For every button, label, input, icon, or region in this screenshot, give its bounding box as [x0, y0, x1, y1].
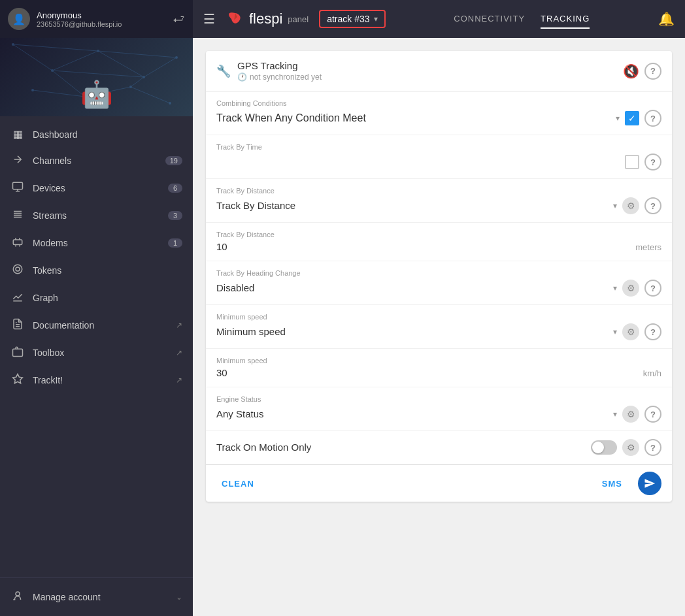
combining-conditions-row: Track When Any Condition Meet ▾ ✓ ? — [216, 110, 661, 127]
track-on-motion-row: Track On Motion Only ⚙ ? — [216, 439, 661, 456]
sidebar-item-label-toolbox: Toolbox — [33, 348, 168, 358]
engine-status-chevron: ▾ — [613, 410, 617, 419]
send-button[interactable] — [638, 472, 661, 495]
logo-panel-text: panel — [288, 14, 309, 24]
setting-minimum-speed-value: Minimum speed 30 km/h — [206, 349, 672, 387]
toggle-knob — [592, 442, 604, 453]
card-subtitle: 🕐 not synchronized yet — [237, 73, 616, 82]
sidebar-item-label-modems: Modems — [33, 238, 160, 248]
minimum-speed-value-label: Minimum speed — [216, 357, 661, 365]
combining-conditions-label: Combining Conditions — [216, 99, 661, 107]
trackit-icon — [10, 373, 25, 387]
logout-icon[interactable]: ⮐ — [173, 12, 185, 26]
bell-icon[interactable]: 🔔 — [658, 11, 675, 27]
main-area: ☰ flespi panel atrack #33 ▾ CONNECTIVITY… — [193, 0, 685, 616]
svg-point-14 — [97, 50, 99, 52]
devices-icon — [10, 181, 25, 195]
send-icon — [644, 478, 656, 489]
card-header-actions: 🔇 ? — [623, 63, 661, 80]
track-on-motion-toggle[interactable] — [591, 440, 617, 455]
track-by-time-help[interactable]: ? — [644, 154, 661, 170]
device-selector[interactable]: atrack #33 ▾ — [319, 10, 385, 28]
sidebar-item-devices[interactable]: Devices 6 — [0, 174, 193, 202]
sidebar-item-documentation[interactable]: Documentation ↗ — [0, 312, 193, 339]
sidebar-item-graph[interactable]: Graph — [0, 284, 193, 312]
sidebar-footer: Manage account ⌄ — [0, 577, 193, 616]
tab-connectivity[interactable]: CONNECTIVITY — [454, 10, 525, 29]
topbar: ☰ flespi panel atrack #33 ▾ CONNECTIVITY… — [193, 0, 685, 38]
sidebar-item-label-trackit: TrackIt! — [33, 375, 168, 385]
svg-line-0 — [13, 44, 52, 71]
track-by-distance-number: 10 — [216, 241, 227, 252]
user-info: Anonymous 23653576@github.flespi.io — [37, 10, 167, 28]
svg-line-5 — [52, 71, 144, 77]
minimum-speed-number: 30 — [216, 367, 227, 378]
combining-conditions-value: Track When Any Condition Meet — [216, 112, 610, 124]
svg-line-9 — [131, 87, 170, 103]
minimum-speed-unit: km/h — [643, 368, 661, 378]
device-selector-chevron: ▾ — [374, 14, 378, 24]
track-by-time-checkbox[interactable] — [625, 155, 639, 169]
svg-rect-21 — [13, 182, 23, 189]
sidebar-item-trackit[interactable]: TrackIt! ↗ — [0, 366, 193, 394]
setting-track-by-heading: Track By Heading Change Disabled ▾ ⚙ ? — [206, 261, 672, 305]
gps-tracking-card: 🔧 GPS Tracking 🕐 not synchronized yet 🔇 … — [206, 51, 672, 502]
track-by-distance-select-row: Track By Distance ▾ ⚙ ? — [216, 197, 661, 214]
track-by-distance-select-value: Track By Distance — [216, 200, 295, 211]
card-title: GPS Tracking — [237, 60, 616, 71]
sidebar-item-toolbox[interactable]: Toolbox ↗ — [0, 339, 193, 366]
sidebar-item-channels[interactable]: Channels 19 — [0, 147, 193, 174]
channels-badge: 19 — [165, 156, 182, 165]
sync-icon: 🕐 — [237, 73, 247, 82]
sms-button[interactable]: SMS — [597, 475, 627, 493]
track-by-distance-settings-icon[interactable]: ⚙ — [622, 197, 639, 214]
tab-tracking[interactable]: TRACKING — [541, 10, 590, 29]
sidebar-item-label-dashboard: Dashboard — [33, 129, 182, 140]
toolbox-external-icon: ↗ — [176, 348, 182, 357]
track-by-distance-unit: meters — [635, 242, 661, 252]
clean-button[interactable]: CLEAN — [216, 475, 259, 493]
svg-point-30 — [16, 267, 20, 271]
minimum-speed-select-help[interactable]: ? — [644, 323, 661, 340]
sidebar-item-label-channels: Channels — [33, 155, 158, 166]
svg-marker-35 — [13, 374, 23, 383]
setting-track-by-distance-select: Track By Distance Track By Distance ▾ ⚙ … — [206, 179, 672, 223]
track-by-heading-value: Disabled — [216, 282, 254, 293]
track-by-heading-settings-icon[interactable]: ⚙ — [622, 280, 639, 297]
documentation-icon — [10, 318, 25, 332]
user-name: Anonymous — [37, 10, 167, 20]
track-on-motion-settings-icon[interactable]: ⚙ — [622, 439, 639, 456]
manage-account-item[interactable]: Manage account ⌄ — [0, 583, 193, 611]
setting-combining-conditions: Combining Conditions Track When Any Cond… — [206, 91, 672, 135]
sidebar-item-tokens[interactable]: Tokens — [0, 257, 193, 284]
svg-line-11 — [131, 77, 144, 87]
track-by-distance-select-help[interactable]: ? — [644, 197, 661, 214]
svg-point-20 — [169, 102, 171, 105]
track-by-heading-chevron: ▾ — [613, 284, 617, 293]
track-by-time-row: ? — [216, 154, 661, 170]
svg-line-6 — [98, 51, 176, 57]
engine-status-help[interactable]: ? — [644, 406, 661, 423]
manage-account-chevron: ⌄ — [176, 592, 182, 602]
engine-status-settings-icon[interactable]: ⚙ — [622, 406, 639, 423]
minimum-speed-settings-icon[interactable]: ⚙ — [622, 323, 639, 340]
setting-track-by-distance-value: Track By Distance 10 meters — [206, 223, 672, 261]
combining-conditions-checkbox[interactable]: ✓ — [625, 111, 639, 125]
sidebar-item-dashboard[interactable]: ▦ Dashboard — [0, 122, 193, 147]
sidebar-header: 👤 Anonymous 23653576@github.flespi.io ⮐ — [0, 0, 193, 38]
track-by-heading-help[interactable]: ? — [644, 280, 661, 297]
help-button[interactable]: ? — [644, 63, 661, 80]
sidebar-item-modems[interactable]: Modems 1 — [0, 229, 193, 257]
hamburger-button[interactable]: ☰ — [203, 11, 215, 27]
dashboard-icon: ▦ — [10, 128, 25, 140]
track-on-motion-help[interactable]: ? — [644, 439, 661, 456]
mute-icon[interactable]: 🔇 — [623, 63, 639, 79]
combining-conditions-help[interactable]: ? — [644, 110, 661, 127]
track-by-heading-row: Disabled ▾ ⚙ ? — [216, 280, 661, 297]
sidebar-item-label-documentation: Documentation — [33, 320, 168, 331]
svg-line-7 — [33, 90, 85, 97]
setting-track-by-time: Track By Time ? — [206, 135, 672, 179]
minimum-speed-select-value: Minimum speed — [216, 326, 286, 337]
sidebar-item-streams[interactable]: Streams 3 — [0, 202, 193, 229]
tabs-bar: CONNECTIVITY TRACKING — [454, 10, 590, 29]
